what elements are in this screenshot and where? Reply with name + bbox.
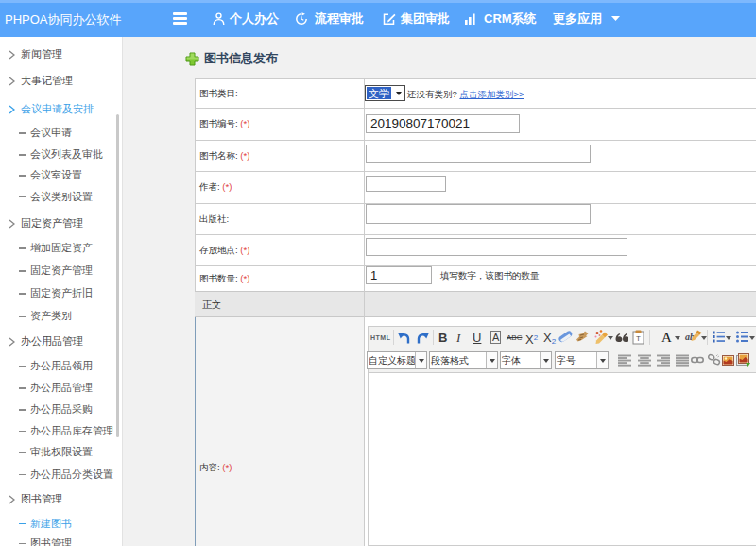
svg-text:T: T bbox=[636, 334, 641, 343]
